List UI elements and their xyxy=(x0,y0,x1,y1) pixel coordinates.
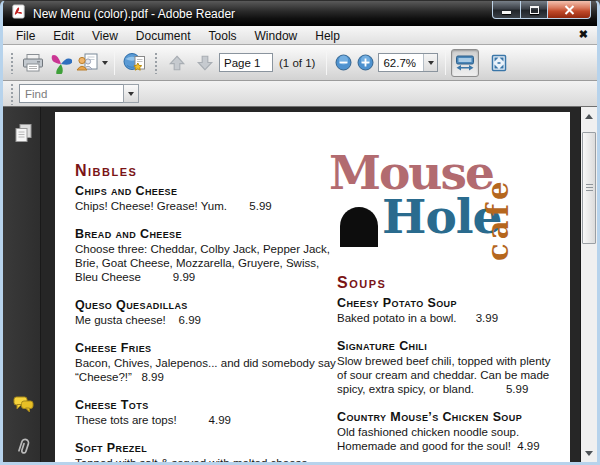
menu-item: Bread and CheeseChoose three: Cheddar, C… xyxy=(75,227,333,284)
attachments-panel-icon xyxy=(15,436,32,457)
scrollbar-thumb[interactable] xyxy=(582,132,596,244)
previous-page-button[interactable] xyxy=(163,49,191,77)
page-count-label: (1 of 1) xyxy=(279,57,315,69)
scroll-down-icon xyxy=(585,451,593,456)
acrobat-collaborate-button[interactable] xyxy=(47,49,75,77)
menu-item-desc: These tots are tops! 4.99 xyxy=(75,413,333,427)
menu-item-name: Chips and Cheese xyxy=(75,184,333,199)
menu-view[interactable]: View xyxy=(83,29,127,43)
zoom-dropdown-button[interactable] xyxy=(423,54,437,71)
document-pane[interactable]: Nibbles Chips and CheeseChips! Cheese! G… xyxy=(41,107,580,462)
menu-item: Chips and CheeseChips! Cheese! Grease! Y… xyxy=(75,184,333,213)
menu-item: Cheesy Potato SoupBaked potato in a bowl… xyxy=(337,296,565,325)
section-header-soups: Soups xyxy=(337,274,565,292)
menu-left-column: Nibbles Chips and CheeseChips! Cheese! G… xyxy=(75,162,333,462)
zoom-out-icon xyxy=(335,54,352,71)
title-bar: New Menu (color).pdf - Adobe Reader xyxy=(3,1,597,26)
comments-panel-icon xyxy=(13,396,34,413)
share-dropdown-caret xyxy=(102,61,108,65)
menu-item-desc: Chips! Cheese! Grease! Yum. 5.99 xyxy=(75,199,333,213)
menu-item-desc: Choose three: Cheddar, Colby Jack, Peppe… xyxy=(75,242,333,284)
menu-item: Signature ChiliSlow brewed beef chili, t… xyxy=(337,339,565,396)
menu-window[interactable]: Window xyxy=(246,29,307,43)
zoom-in-icon xyxy=(357,54,374,71)
vertical-scrollbar[interactable] xyxy=(580,107,597,462)
find-input[interactable] xyxy=(19,84,123,103)
toolbar-separator xyxy=(326,51,327,75)
share-document-button[interactable] xyxy=(75,49,109,77)
close-button[interactable] xyxy=(548,1,591,19)
menu-document[interactable]: Document xyxy=(127,29,200,43)
menu-item: Cheese TotsThese tots are tops! 4.99 xyxy=(75,398,333,427)
maximize-button[interactable] xyxy=(521,1,548,19)
zoom-in-button[interactable] xyxy=(354,49,376,77)
toolbar: (1 of 1) 62.7% xyxy=(3,45,597,81)
menubar-close-icon[interactable]: ✖ xyxy=(579,28,588,41)
menu-item: Soft PrezelTopped with salt & served wit… xyxy=(75,441,333,462)
pages-panel-button[interactable] xyxy=(11,121,35,145)
print-button[interactable] xyxy=(19,49,47,77)
comments-panel-button[interactable] xyxy=(11,392,35,416)
menu-item-name: Signature Chili xyxy=(337,339,565,354)
findbar-drag-handle[interactable] xyxy=(10,83,15,105)
menu-item-desc: Bacon, Chives, Jalepenos... and did some… xyxy=(75,356,333,384)
maximize-icon xyxy=(530,6,539,14)
menu-item-name: Cheese Tots xyxy=(75,398,333,413)
menu-file[interactable]: File xyxy=(7,29,44,43)
menu-tools[interactable]: Tools xyxy=(200,29,246,43)
menu-item-name: Soft Prezel xyxy=(75,441,333,456)
menu-bar: FileEditViewDocumentToolsWindowHelp ✖ xyxy=(3,26,597,45)
find-dropdown-caret xyxy=(128,92,134,96)
fit-page-icon xyxy=(491,54,507,72)
minimize-icon xyxy=(502,11,511,14)
web-document-button[interactable] xyxy=(120,49,148,77)
menu-right-column: Mouse Hole cafe Soups Cheesy Potato Soup… xyxy=(337,157,565,462)
fit-page-button[interactable] xyxy=(485,49,513,77)
fit-width-button[interactable] xyxy=(451,49,479,77)
next-page-button[interactable] xyxy=(191,49,219,77)
next-page-icon xyxy=(196,54,214,72)
pdf-page: Nibbles Chips and CheeseChips! Cheese! G… xyxy=(55,112,570,462)
menu-item-name: Bread and Cheese xyxy=(75,227,333,242)
menu-edit[interactable]: Edit xyxy=(44,29,83,43)
menu-item: Country Mouse’s Chicken SoupOld fashione… xyxy=(337,410,565,453)
logo-word-cafe: cafe xyxy=(481,161,515,261)
menu-item-desc: Topped with salt & served with melted ch… xyxy=(75,456,333,462)
menu-item-name: Country Mouse’s Chicken Soup xyxy=(337,410,565,425)
menu-item-name: Cheese Fries xyxy=(75,341,333,356)
share-document-icon xyxy=(76,53,99,72)
menu-item: Queso QuesadillasMe gusta cheese! 6.99 xyxy=(75,298,333,327)
close-icon xyxy=(564,5,575,15)
mouse-hole-icon xyxy=(340,207,378,247)
toolbar-drag-handle[interactable] xyxy=(10,52,15,74)
page-number-input[interactable] xyxy=(219,53,273,72)
menu-item-name: Cheesy Potato Soup xyxy=(337,296,565,311)
mouse-hole-cafe-logo: Mouse Hole cafe xyxy=(329,157,565,274)
menu-help[interactable]: Help xyxy=(306,29,349,43)
find-dropdown-button[interactable] xyxy=(123,84,139,103)
scroll-up-icon xyxy=(585,114,593,119)
pages-panel-icon xyxy=(14,123,33,144)
menu-item-name: Queso Quesadillas xyxy=(75,298,333,313)
section-header-nibbles: Nibbles xyxy=(75,162,333,180)
toolbar-separator xyxy=(114,51,115,75)
scroll-down-button[interactable] xyxy=(581,445,597,461)
adobe-reader-window: New Menu (color).pdf - Adobe Reader File… xyxy=(0,0,600,465)
zoom-level-value: 62.7% xyxy=(379,57,423,69)
navigation-pane xyxy=(3,107,41,462)
acrobat-collaborate-icon xyxy=(50,52,72,74)
attachments-panel-button[interactable] xyxy=(11,434,35,458)
scroll-up-button[interactable] xyxy=(581,108,597,124)
toolbar-separator xyxy=(445,51,446,75)
print-icon xyxy=(22,53,44,73)
zoom-out-button[interactable] xyxy=(332,49,354,77)
zoom-level-combo[interactable]: 62.7% xyxy=(378,53,438,72)
fit-width-icon xyxy=(455,55,475,71)
minimize-button[interactable] xyxy=(492,1,521,19)
find-bar xyxy=(3,81,597,107)
previous-page-icon xyxy=(168,54,186,72)
menu-item: Cheese FriesBacon, Chives, Jalepenos... … xyxy=(75,341,333,384)
toolbar-drag-handle[interactable] xyxy=(154,52,159,74)
zoom-dropdown-caret xyxy=(428,61,434,65)
pdf-file-icon[interactable] xyxy=(11,4,26,23)
